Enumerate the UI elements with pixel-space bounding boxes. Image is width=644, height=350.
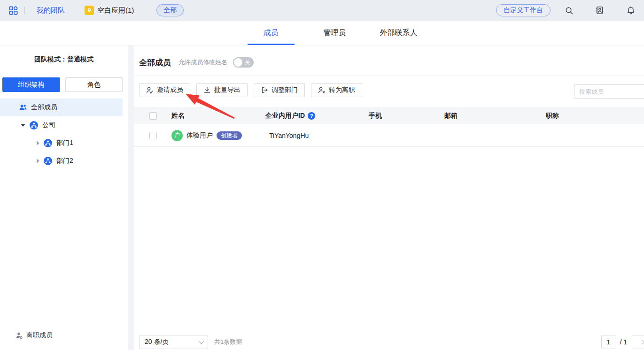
header-email: 邮箱 — [444, 112, 546, 120]
member-user-id: TiYanYongHu — [265, 132, 369, 139]
current-page-box[interactable]: 1 — [601, 335, 615, 349]
tab-members[interactable]: 成员 — [248, 21, 295, 45]
toggle-state-label: 关 — [245, 59, 250, 67]
scope-all-pill[interactable]: 全部 — [156, 4, 184, 16]
role-button[interactable]: 角色 — [65, 77, 123, 92]
row-checkbox[interactable] — [149, 132, 157, 139]
app-pin-icon — [85, 6, 94, 15]
move-out-icon — [261, 86, 268, 94]
sidebar: 团队模式：普通模式 组织架构 角色 全部成员 — [0, 46, 128, 350]
custom-workbench-button[interactable]: 自定义工作台 — [496, 4, 551, 16]
search-member-input[interactable] — [574, 84, 644, 99]
member-tabs: 成员 管理员 外部联系人 — [0, 21, 644, 46]
header-phone: 手机 — [369, 112, 444, 120]
select-all-checkbox[interactable] — [149, 112, 157, 120]
search-icon[interactable] — [565, 6, 574, 15]
resigned-members-label: 离职成员 — [26, 331, 53, 340]
tab-admins[interactable]: 管理员 — [311, 21, 358, 45]
sidebar-divider — [7, 71, 122, 71]
invite-member-button[interactable]: 邀请成员 — [139, 83, 190, 97]
contacts-icon[interactable] — [595, 6, 605, 15]
tree-item-dept2[interactable]: 部门2 — [0, 152, 128, 170]
batch-export-label: 批量导出 — [214, 86, 241, 94]
member-name: 体验用户 — [186, 131, 213, 140]
help-icon[interactable]: ? — [308, 112, 315, 120]
to-resigned-label: 转为离职 — [329, 86, 355, 94]
page-size-value: 20 条/页 — [145, 338, 169, 346]
batch-export-button[interactable]: 批量导出 — [196, 83, 248, 97]
topbar: 我的团队 空白应用(1) 全部 自定义工作台 — [0, 0, 644, 21]
allow-rename-toggle[interactable]: 关 — [233, 57, 254, 68]
adjust-department-button[interactable]: 调整部门 — [254, 83, 305, 97]
my-team-link[interactable]: 我的团队 — [37, 6, 65, 15]
tab-external-contacts[interactable]: 外部联系人 — [375, 21, 422, 45]
chevron-down-icon — [199, 339, 204, 344]
tree-item-company[interactable]: 公司 — [0, 116, 128, 134]
caret-down-icon[interactable] — [21, 124, 25, 127]
team-mode-label: 团队模式：普通模式 — [0, 55, 128, 64]
table-footer: 20 条/页 共1条数据 1 / 1 — [139, 335, 644, 349]
notification-bell-icon[interactable] — [626, 6, 636, 15]
download-icon — [203, 86, 211, 94]
tree-item-all-members[interactable]: 全部成员 — [0, 99, 123, 116]
allow-rename-label: 允许成员修改姓名 — [178, 58, 227, 67]
tree-item-dept1[interactable]: 部门1 — [0, 134, 128, 152]
topbar-right: 自定义工作台 — [496, 4, 636, 16]
next-page-button[interactable] — [632, 335, 644, 349]
page-size-select[interactable]: 20 条/页 — [139, 335, 208, 349]
page-total-label: / 1 — [620, 338, 627, 346]
invite-member-label: 邀请成员 — [157, 86, 183, 94]
header-user-id: 企业内用户ID — [265, 112, 305, 120]
org-node-icon — [44, 157, 52, 165]
creator-badge: 创建者 — [217, 131, 242, 140]
org-tree: 全部成员 公司 — [0, 99, 128, 170]
action-toolbar: 邀请成员 批量导出 调整部门 — [139, 83, 644, 97]
table-header: 姓名 企业内用户ID ? 手机 邮箱 职称 — [134, 107, 644, 124]
org-node-icon — [44, 139, 52, 147]
to-resigned-button[interactable]: 转为离职 — [311, 83, 362, 97]
topbar-divider — [24, 7, 25, 14]
org-node-icon — [30, 121, 38, 129]
layout-gap — [128, 46, 134, 350]
app-name[interactable]: 空白应用(1) — [97, 6, 134, 15]
caret-right-icon[interactable] — [37, 141, 39, 145]
members-group-icon — [19, 103, 27, 112]
tree-item-label: 部门1 — [56, 139, 73, 147]
invite-person-icon — [146, 86, 154, 94]
header-title: 职称 — [546, 112, 644, 120]
resigned-members-link[interactable]: 离职成员 — [16, 331, 53, 340]
total-count-label: 共1条数据 — [214, 338, 242, 346]
page-title: 全部成员 — [139, 57, 171, 68]
app-window: 我的团队 空白应用(1) 全部 自定义工作台 — [0, 0, 644, 350]
pagination: 1 / 1 — [601, 335, 644, 349]
resigned-person-icon — [16, 332, 23, 339]
org-structure-button[interactable]: 组织架构 — [2, 77, 60, 92]
main-panel: 全部成员 允许成员修改姓名 关 邀请成员 — [134, 46, 644, 350]
tree-item-label: 全部成员 — [31, 103, 57, 112]
header-divider — [134, 76, 644, 76]
toggle-knob — [234, 58, 242, 67]
chevron-right-icon — [639, 340, 644, 344]
app-grid-icon[interactable] — [8, 6, 18, 15]
adjust-department-label: 调整部门 — [272, 86, 298, 94]
caret-right-icon[interactable] — [37, 159, 39, 163]
tree-item-label: 公司 — [42, 121, 55, 129]
tree-item-label: 部门2 — [56, 157, 73, 165]
avatar: 户 — [171, 130, 183, 141]
person-remove-icon — [318, 86, 326, 94]
table-row[interactable]: 户 体验用户 创建者 TiYanYongHu — [134, 124, 644, 147]
header-name: 姓名 — [171, 112, 265, 120]
